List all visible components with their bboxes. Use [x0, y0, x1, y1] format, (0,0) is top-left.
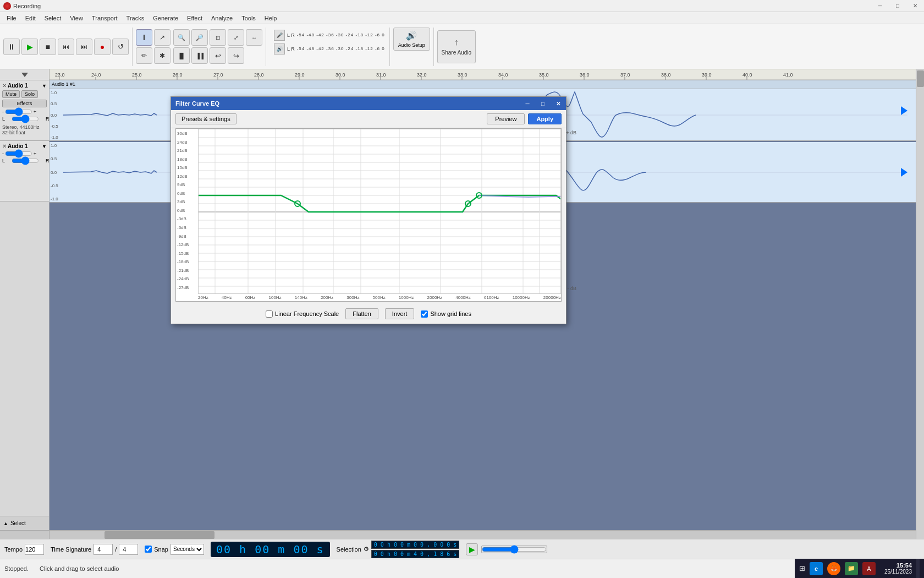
silence-btn[interactable]: ▐▐ — [191, 47, 208, 64]
v-scrollbar-thumb[interactable] — [917, 70, 924, 87]
zoom-fit-btn[interactable]: ⊡ — [210, 29, 226, 46]
track1-menu-icon[interactable]: ▼ — [42, 83, 47, 89]
app-status-bar: Stopped. Click and drag to select audio … — [0, 559, 924, 578]
freq-2000hz: 2000Hz — [427, 295, 443, 300]
stop-btn[interactable]: ■ — [40, 39, 56, 55]
multi-tool-btn[interactable]: ✱ — [154, 47, 170, 64]
track1-effects-btn[interactable]: Effects — [2, 100, 47, 107]
menu-generate[interactable]: Generate — [148, 14, 183, 23]
eq-chart-svg[interactable] — [198, 129, 561, 294]
zoom-in-btn[interactable]: 🔍 — [173, 29, 190, 46]
track1-close-btn[interactable]: ✕ — [2, 83, 7, 89]
select-tool-btn[interactable]: I — [136, 29, 152, 46]
close-btn[interactable]: ✕ — [906, 0, 924, 12]
menu-analyze[interactable]: Analyze — [207, 14, 237, 23]
time-sig-den-input[interactable] — [119, 544, 138, 555]
skip-back-btn[interactable]: ⏮ — [58, 39, 74, 55]
track2-pan-slider[interactable] — [12, 158, 39, 163]
sel-end-display[interactable]: 0 0 h 0 0 m 4 0 , 1 8 6 s — [371, 550, 460, 558]
snap-unit-select[interactable]: Seconds — [170, 544, 204, 555]
track1-solo-btn[interactable]: Solo — [21, 90, 38, 98]
track1-blue-arrow[interactable] — [901, 106, 908, 115]
linear-freq-checkbox[interactable] — [266, 310, 273, 318]
loop-btn[interactable]: ↺ — [112, 39, 129, 55]
linear-freq-label[interactable]: Linear Frequency Scale — [266, 310, 339, 318]
bottom-bar: Tempo Time Signature / Snap Seconds 00 h… — [0, 539, 924, 559]
envelope-tool-btn[interactable]: ↗ — [154, 29, 170, 46]
tempo-input[interactable] — [25, 544, 44, 555]
menu-effect[interactable]: Effect — [183, 14, 207, 23]
output-db-scale: -54 -48 -42 -36 -30 -24 -18 -12 -6 0 — [297, 46, 385, 51]
dialog-minimize-btn[interactable]: ─ — [520, 97, 535, 110]
track2-close-btn[interactable]: ✕ — [2, 143, 7, 149]
play-at-speed-btn[interactable]: ▶ — [466, 543, 478, 555]
menu-file[interactable]: File — [2, 14, 21, 23]
play-btn[interactable]: ▶ — [21, 39, 38, 55]
zoom-sel-btn[interactable]: ⤢ — [228, 29, 244, 46]
v-scrollbar[interactable] — [916, 69, 924, 539]
track1-mute-btn[interactable]: Mute — [2, 90, 20, 98]
track2-volume-slider[interactable] — [5, 151, 32, 156]
preview-btn[interactable]: Preview — [487, 113, 525, 124]
svg-text:30.0: 30.0 — [336, 72, 345, 78]
track2-menu-icon[interactable]: ▼ — [42, 144, 47, 149]
time-sig-group: Time Signature / — [51, 544, 138, 555]
selection-gear-icon[interactable]: ⚙ — [364, 546, 369, 553]
freq-1000hz: 1000Hz — [399, 295, 414, 300]
snap-checkbox[interactable] — [145, 546, 152, 553]
select-label[interactable]: Select — [10, 520, 26, 526]
invert-btn[interactable]: Invert — [385, 308, 415, 319]
menu-select[interactable]: Select — [40, 14, 66, 23]
gain-neg-1-0: -1.0 — [51, 135, 62, 140]
flatten-btn[interactable]: Flatten — [345, 308, 378, 319]
minimize-btn[interactable]: ─ — [871, 0, 889, 12]
audio-setup-btn[interactable]: 🔊 Audio Setup — [393, 28, 430, 51]
presets-settings-btn[interactable]: Presets & settings — [175, 113, 237, 124]
gain-0-0: 0.0 — [51, 113, 62, 118]
record-btn[interactable]: ● — [94, 39, 111, 55]
db-neg9: -9dB — [177, 234, 197, 239]
start-btn[interactable]: ⊞ — [799, 564, 805, 572]
freq-140hz: 140Hz — [295, 295, 307, 300]
show-grid-label[interactable]: Show grid lines — [421, 310, 471, 318]
dialog-maximize-btn[interactable]: □ — [535, 97, 551, 110]
menu-view[interactable]: View — [65, 14, 87, 23]
collapse-arrow-icon[interactable] — [21, 73, 28, 77]
zoom-width-btn[interactable]: ↔ — [246, 29, 262, 46]
track1-volume-slider[interactable] — [5, 109, 32, 114]
trim-btn[interactable]: ▐▌ — [173, 47, 190, 64]
skip-fwd-btn[interactable]: ⏭ — [76, 39, 92, 55]
draw-tool-btn[interactable]: ✏ — [136, 47, 152, 64]
zoom-out-btn[interactable]: 🔎 — [191, 29, 208, 46]
click-drag-status: Click and drag to select audio — [40, 565, 119, 572]
track-panel-scrollbar[interactable] — [0, 530, 49, 539]
track1-pan-slider[interactable] — [12, 116, 39, 122]
scrollbar-thumb[interactable] — [105, 531, 215, 539]
taskbar-firefox-icon[interactable]: 🦊 — [827, 562, 840, 575]
taskbar-files-icon[interactable]: 📁 — [845, 562, 858, 575]
redo-btn[interactable]: ↪ — [228, 47, 244, 64]
time-sig-num-input[interactable] — [94, 544, 113, 555]
play-rate-slider[interactable] — [482, 546, 547, 553]
menu-edit[interactable]: Edit — [21, 14, 40, 23]
sel-start-display[interactable]: 0 0 h 0 0 m 0 0 , 0 0 0 s — [371, 541, 460, 549]
menu-tracks[interactable]: Tracks — [122, 14, 149, 23]
taskbar-app-icon[interactable]: A — [862, 562, 876, 575]
apply-btn[interactable]: Apply — [528, 113, 562, 124]
track2-blue-arrow[interactable] — [901, 168, 908, 177]
dialog-close-btn[interactable]: ✕ — [551, 97, 566, 110]
share-audio-btn[interactable]: ↑ Share Audio — [437, 30, 476, 63]
menu-tools[interactable]: Tools — [237, 14, 260, 23]
snap-group: Snap Seconds — [145, 544, 204, 555]
menu-transport[interactable]: Transport — [87, 14, 122, 23]
freq-500hz: 500Hz — [373, 295, 386, 300]
h-scrollbar[interactable] — [50, 530, 916, 539]
maximize-btn[interactable]: □ — [889, 0, 906, 12]
show-grid-checkbox[interactable] — [421, 310, 428, 318]
svg-text:26.0: 26.0 — [173, 72, 183, 78]
menu-help[interactable]: Help — [260, 14, 282, 23]
pause-btn[interactable]: ⏸ — [3, 39, 20, 55]
undo-btn[interactable]: ↩ — [210, 47, 226, 64]
share-audio-group: ↑ Share Audio — [437, 28, 479, 66]
taskbar-edge-icon[interactable]: e — [810, 562, 823, 575]
